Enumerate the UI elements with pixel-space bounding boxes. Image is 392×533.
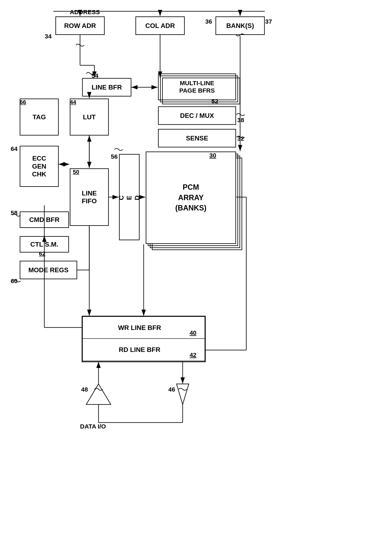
dec-mux-box: DEC / MUX bbox=[158, 106, 236, 125]
lut-ref: 44 bbox=[70, 99, 76, 106]
ecc-ref: 64 bbox=[11, 145, 18, 152]
tag-ref: 66 bbox=[20, 99, 26, 106]
banks-ref: 37 bbox=[265, 18, 272, 25]
banks-top-box: BANK(S) bbox=[215, 16, 265, 35]
rd-line-bfr-box: RD LINE BFR 42 bbox=[82, 339, 205, 361]
cmd-bfr-ref: 58 bbox=[11, 209, 18, 216]
ctl-sm-box: CTL S.M. bbox=[20, 236, 69, 252]
dec-ref: 56 bbox=[111, 153, 118, 160]
mode-regs-box: MODE REGS bbox=[20, 261, 77, 279]
pcm-array-box: PCM ARRAY (BANKS) bbox=[146, 152, 236, 244]
address-label: ADDRESS bbox=[70, 9, 100, 16]
cmd-bfr-box: CMD BFR bbox=[20, 211, 69, 228]
line-bfr-ref: 54 bbox=[92, 72, 98, 79]
data-io-label: DATA I/O bbox=[80, 423, 106, 430]
mode-regs-ref: 60 bbox=[11, 278, 18, 285]
line-fifo-box: LINE FIFO bbox=[70, 168, 109, 226]
ref48-label: 48 bbox=[81, 386, 88, 393]
dec-box: D E C bbox=[119, 154, 140, 240]
pcm-ref: 30 bbox=[209, 152, 216, 159]
ecc-box: ECC GEN CHK bbox=[20, 146, 59, 187]
row-adr-box: ROW ADR bbox=[56, 16, 105, 35]
line-bfr-box: LINE BFR bbox=[82, 78, 131, 97]
wr-line-bfr-box: WR LINE BFR 40 bbox=[82, 316, 205, 339]
sense-box: SENSE bbox=[158, 129, 236, 147]
ref36: 36 bbox=[205, 18, 212, 25]
ref32: 32 bbox=[237, 135, 244, 142]
multi-line-ref: 52 bbox=[211, 98, 218, 105]
row-adr-ref: 34 bbox=[45, 33, 51, 40]
ref38: 38 bbox=[237, 117, 244, 124]
line-fifo-ref: 50 bbox=[73, 169, 79, 175]
ctl-sm-ref: 62 bbox=[39, 251, 45, 257]
col-adr-box: COL ADR bbox=[135, 16, 185, 35]
diagram: ADDRESS ROW ADR 34 COL ADR BANK(S) 36 37… bbox=[0, 0, 392, 533]
svg-marker-35 bbox=[177, 384, 189, 404]
svg-marker-32 bbox=[86, 384, 111, 404]
ref46-label: 46 bbox=[168, 386, 175, 393]
